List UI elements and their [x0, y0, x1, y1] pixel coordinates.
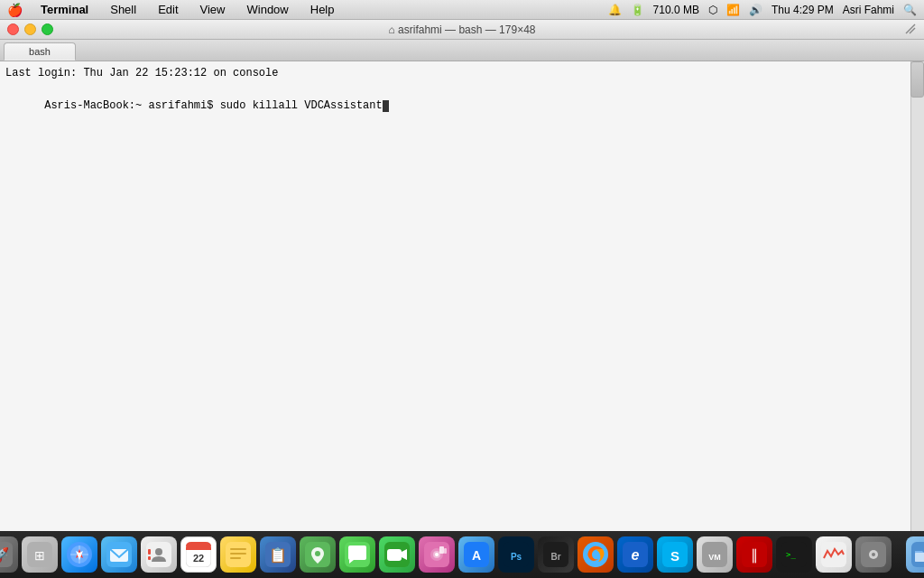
dock-icon-messages[interactable]	[339, 536, 375, 573]
downloads-icon	[911, 542, 924, 567]
activity-icon	[821, 542, 846, 567]
menu-shell[interactable]: Shell	[106, 1, 140, 18]
memory-usage: 710.0 MB	[653, 4, 699, 16]
svg-text:📋: 📋	[269, 546, 287, 564]
close-button[interactable]	[7, 23, 19, 35]
svg-rect-20	[148, 556, 151, 560]
vmware-icon: VM	[702, 542, 727, 567]
battery-indicator: 🔋	[631, 4, 644, 16]
itunes-icon	[424, 542, 449, 567]
bridge-icon: Br	[543, 542, 568, 567]
dock-icon-calendar[interactable]: 22	[180, 536, 217, 573]
apple-menu[interactable]: 🍎	[7, 3, 23, 17]
tab-bash[interactable]: bash	[4, 42, 76, 61]
svg-text:>_: >_	[786, 550, 796, 559]
dock-icon-downloads[interactable]	[906, 536, 924, 573]
scrollbar-track[interactable]	[910, 61, 924, 531]
title-bar: ⌂ asrifahmi — bash — 179×48	[0, 20, 924, 40]
dock-icon-skype[interactable]: S	[657, 536, 693, 573]
dock-icon-contacts[interactable]	[141, 536, 177, 573]
maps-icon	[305, 542, 330, 567]
parallels-icon: ∥	[742, 542, 767, 567]
menu-bar: 🍎 Terminal Shell Edit View Window Help 🔔…	[0, 0, 924, 20]
terminal-content[interactable]: Last login: Thu Jan 22 15:23:12 on conso…	[0, 61, 924, 531]
svg-text:🚀: 🚀	[0, 546, 9, 564]
resize-icon	[904, 23, 917, 35]
wifi-icon: 📶	[726, 4, 740, 16]
tab-bar: bash	[0, 40, 924, 61]
svg-rect-19	[148, 549, 151, 555]
svg-rect-41	[439, 546, 444, 554]
maximize-button[interactable]	[42, 23, 53, 35]
svg-text:VM: VM	[708, 553, 721, 562]
facetime-icon	[384, 542, 410, 567]
system-prefs-icon	[861, 542, 886, 567]
dock-icon-safari[interactable]	[61, 536, 97, 573]
scrollbar-thumb[interactable]	[910, 61, 924, 98]
dock-icon-firefox[interactable]	[578, 536, 614, 573]
dock-icon-photoshop[interactable]: Ps	[498, 536, 534, 573]
svg-text:22: 22	[193, 553, 204, 564]
reminders-icon: 📋	[265, 542, 291, 567]
dock-icon-terminal[interactable]: >_	[776, 536, 812, 573]
dock-icon-dashboard[interactable]: ⊞	[22, 536, 58, 573]
bluetooth-icon: ⬡	[708, 4, 717, 16]
photoshop-icon: Ps	[504, 542, 529, 567]
svg-rect-65	[915, 553, 924, 562]
svg-text:Ps: Ps	[511, 552, 522, 562]
appstore-icon: A	[464, 542, 489, 567]
terminal-icon: >_	[781, 542, 807, 567]
skype-icon: S	[662, 542, 688, 567]
dock-icon-reminders[interactable]: 📋	[260, 536, 296, 573]
menu-edit[interactable]: Edit	[154, 1, 181, 18]
svg-rect-35	[387, 549, 402, 561]
dock-icon-system-prefs[interactable]	[855, 536, 892, 573]
notes-icon	[226, 542, 251, 567]
mail-icon	[106, 542, 132, 567]
svg-rect-42	[444, 548, 447, 554]
dock-icon-bridge[interactable]: Br	[538, 536, 574, 573]
dock-icon-parallels[interactable]: ∥	[736, 536, 772, 573]
dock-icon-maps[interactable]	[300, 536, 336, 573]
svg-rect-23	[186, 547, 211, 550]
menu-view[interactable]: View	[197, 1, 229, 18]
svg-rect-26	[230, 548, 246, 550]
window-title: ⌂ asrifahmi — bash — 179×48	[388, 23, 535, 36]
dock-icon-mail[interactable]	[101, 536, 137, 573]
messages-icon	[345, 542, 370, 567]
ie-icon: e	[623, 542, 648, 567]
dock-icon-notes[interactable]	[220, 536, 256, 573]
minimize-button[interactable]	[24, 23, 36, 35]
safari-icon	[67, 542, 92, 567]
svg-rect-27	[230, 553, 246, 555]
svg-rect-28	[230, 557, 241, 559]
dock-icon-launchpad[interactable]: 🚀	[0, 536, 18, 573]
volume-icon: 🔊	[749, 4, 762, 16]
cursor	[383, 100, 389, 112]
menu-window[interactable]: Window	[244, 1, 292, 18]
calendar-icon: 22	[186, 542, 211, 567]
svg-text:∥: ∥	[751, 547, 758, 564]
launchpad-icon: 🚀	[0, 542, 13, 567]
dock-icon-facetime[interactable]	[379, 536, 415, 573]
dock: 🚀 ⊞	[0, 531, 924, 578]
datetime: Thu 4:29 PM	[772, 4, 834, 16]
search-icon[interactable]: 🔍	[903, 4, 917, 16]
firefox-icon	[583, 542, 608, 567]
svg-text:A: A	[472, 548, 481, 563]
username: Asri Fahmi	[843, 4, 894, 16]
svg-text:Br: Br	[550, 552, 560, 562]
dock-icon-itunes[interactable]	[419, 536, 455, 573]
svg-point-18	[155, 548, 162, 555]
dock-icon-vmware[interactable]: VM	[697, 536, 733, 573]
dock-icon-appstore[interactable]: A	[458, 536, 494, 573]
contacts-icon	[146, 542, 171, 567]
svg-point-40	[435, 553, 439, 556]
dock-icon-activity[interactable]	[816, 536, 852, 573]
menu-terminal[interactable]: Terminal	[37, 1, 92, 18]
svg-text:⊞: ⊞	[34, 548, 45, 563]
dashboard-icon: ⊞	[27, 542, 52, 567]
notification-icon: 🔔	[608, 4, 622, 16]
menu-help[interactable]: Help	[307, 1, 338, 18]
dock-icon-ie[interactable]: e	[617, 536, 653, 573]
